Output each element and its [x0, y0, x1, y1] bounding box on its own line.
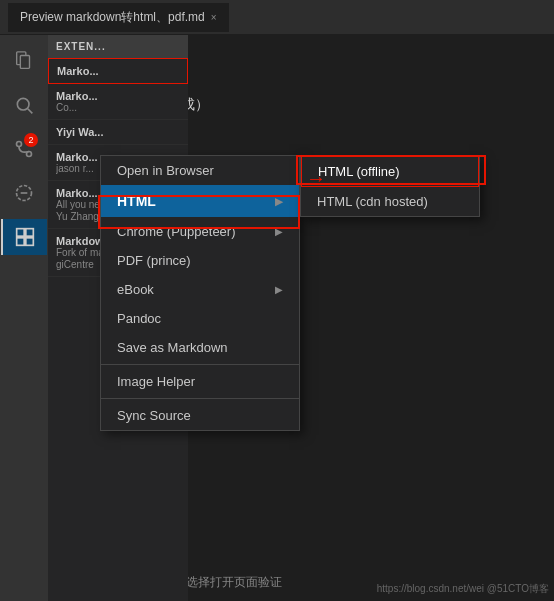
- menu-item-open-browser[interactable]: Open in Browser: [101, 156, 299, 185]
- tab-close-button[interactable]: ×: [211, 12, 217, 23]
- svg-rect-9: [26, 229, 34, 237]
- menu-item-chrome[interactable]: Chrome (Puppeteer) ▶: [101, 217, 299, 246]
- ebook-submenu-arrow: ▶: [275, 284, 283, 295]
- red-arrow-icon: →: [306, 167, 326, 189]
- ext-item-2-sub: Co...: [56, 102, 180, 113]
- menu-item-html[interactable]: HTML ▶: [101, 185, 299, 217]
- html-submenu-arrow: ▶: [275, 196, 283, 207]
- tab-bar: Preview markdown转html、pdf.md ×: [0, 0, 554, 35]
- svg-rect-10: [17, 238, 25, 246]
- svg-rect-11: [26, 238, 34, 246]
- activity-bar: 2: [0, 35, 48, 601]
- arrow-annotation: →: [306, 167, 326, 190]
- menu-item-pandoc[interactable]: Pandoc: [101, 304, 299, 333]
- context-menu: Open in Browser HTML ▶ Chrome (Puppeteer…: [100, 155, 300, 431]
- menu-separator: [101, 364, 299, 365]
- ext-item-3[interactable]: Yiyi Wa...: [48, 120, 188, 145]
- menu-separator-2: [101, 398, 299, 399]
- svg-line-3: [28, 109, 33, 114]
- svg-rect-1: [20, 56, 29, 69]
- svg-point-4: [17, 142, 22, 147]
- ext-item-3-title: Yiyi Wa...: [56, 126, 180, 138]
- menu-item-pdf[interactable]: PDF (prince): [101, 246, 299, 275]
- menu-item-sync-source[interactable]: Sync Source: [101, 401, 299, 430]
- sidebar-icon-source-control[interactable]: 2: [6, 131, 42, 167]
- menu-item-save-markdown[interactable]: Save as Markdown: [101, 333, 299, 362]
- submenu-html: HTML (offline) HTML (cdn hosted): [300, 155, 480, 217]
- source-control-badge: 2: [24, 133, 38, 147]
- chrome-submenu-arrow: ▶: [275, 226, 283, 237]
- ext-item-2[interactable]: Marko... Co...: [48, 84, 188, 120]
- ext-item-1-title: Marko...: [57, 65, 179, 77]
- extensions-panel-header: EXTEN...: [48, 35, 188, 58]
- menu-item-image-helper[interactable]: Image Helper: [101, 367, 299, 396]
- ext-item-5-author: Yu Zhang: [56, 211, 99, 222]
- sidebar-icon-extensions[interactable]: [1, 219, 47, 255]
- menu-item-ebook[interactable]: eBook ▶: [101, 275, 299, 304]
- sidebar-icon-files[interactable]: [6, 43, 42, 79]
- svg-point-2: [17, 98, 29, 110]
- submenu-item-html-offline[interactable]: HTML (offline): [301, 156, 479, 187]
- svg-rect-8: [17, 229, 25, 237]
- ext-item-1[interactable]: Marko...: [48, 58, 188, 84]
- active-tab[interactable]: Preview markdown转html、pdf.md ×: [8, 2, 229, 32]
- watermark-text: https://blog.csdn.net/wei @51CTO博客: [377, 582, 549, 596]
- sidebar-icon-debug[interactable]: [6, 175, 42, 211]
- tab-label: Preview markdown转html、pdf.md: [20, 9, 205, 26]
- ext-item-2-title: Marko...: [56, 90, 180, 102]
- sidebar-icon-search[interactable]: [6, 87, 42, 123]
- ext-item-6-author: giCentre: [56, 259, 94, 270]
- submenu-item-html-cdn[interactable]: HTML (cdn hosted): [301, 187, 479, 216]
